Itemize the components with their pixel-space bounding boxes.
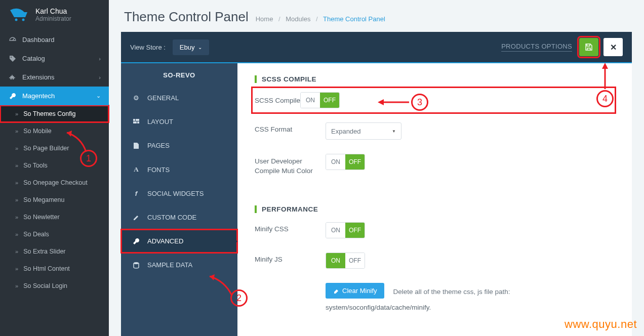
toggle-off[interactable]: OFF: [320, 93, 339, 108]
pnav-label: SAMPLE DATA: [147, 261, 192, 269]
pnav-label: ADVANCED: [147, 237, 183, 245]
double-angle-icon: »: [15, 128, 18, 134]
gear-icon: ⚙: [132, 94, 140, 102]
products-options-link[interactable]: PRODUCTS OPTIONS: [501, 43, 572, 52]
svg-rect-6: [137, 121, 139, 123]
close-icon: ✕: [610, 43, 617, 52]
sidebar-sub-so-onepage-checkout[interactable]: »So Onepage Checkout: [0, 174, 109, 191]
sub-label: So Social Login: [23, 282, 67, 289]
sub-label: So Onepage Checkout: [23, 179, 87, 186]
sidebar-sub-so-megamenu[interactable]: »So Megamenu: [0, 191, 109, 208]
chevron-down-icon: ⌄: [198, 45, 202, 50]
sidebar-sub-so-page-builder[interactable]: »So Page Builder: [0, 140, 109, 157]
minify-css-label: Minify CSS: [255, 222, 326, 233]
double-angle-icon: »: [15, 266, 18, 272]
panel-nav-title: SO-REVO: [121, 63, 237, 86]
nav-label: Extensions: [22, 73, 55, 81]
toggle-off[interactable]: OFF: [345, 154, 365, 170]
pnav-label: CUSTOM CODE: [147, 214, 196, 221]
store-value: Ebuy: [180, 44, 195, 51]
pnav-label: LAYOUT: [147, 118, 173, 125]
minify-css-toggle[interactable]: ON OFF: [326, 222, 365, 238]
minify-js-toggle[interactable]: ON OFF: [326, 253, 365, 269]
css-format-select[interactable]: Expanded ▼: [326, 122, 401, 140]
chevron-right-icon: ›: [99, 74, 101, 80]
save-button[interactable]: [579, 38, 598, 56]
sidebar-sub-so-newletter[interactable]: »So Newletter: [0, 208, 109, 226]
sidebar-sub-so-themes-config[interactable]: » So Themes Config: [0, 105, 109, 122]
nav-extensions[interactable]: Extensions ›: [0, 68, 109, 87]
sidebar-sub-so-extra-slider[interactable]: »So Extra Slider: [0, 243, 109, 260]
panel-area: SO-REVO ⚙GENERAL LAYOUT PAGES AFONTS fSO…: [121, 63, 632, 336]
clear-minify-help2: system/soconfig/data/cache/minify.: [326, 304, 510, 311]
sub-label: So Megamenu: [23, 196, 64, 203]
pnav-fonts[interactable]: AFONTS: [121, 157, 237, 182]
dashboard-icon: [8, 36, 17, 44]
grid-icon: [132, 118, 140, 125]
nav-catalog[interactable]: Catalog ›: [0, 49, 109, 68]
pnav-pages[interactable]: PAGES: [121, 134, 237, 157]
sub-label: So Extra Slider: [23, 248, 65, 255]
pnav-layout[interactable]: LAYOUT: [121, 110, 237, 134]
double-angle-icon: »: [15, 162, 18, 169]
scss-compile-row: SCSS Compile ON OFF: [253, 88, 615, 112]
sidebar-sub-so-deals[interactable]: »So Deals: [0, 226, 109, 243]
svg-point-2: [11, 57, 12, 58]
facebook-icon: f: [132, 190, 140, 197]
user-dev-row: User Developer Compile Muti Color ON OFF: [255, 154, 615, 176]
sidebar-sub-so-social-login[interactable]: »So Social Login: [0, 277, 109, 295]
store-selector[interactable]: Ebuy ⌄: [173, 39, 209, 55]
content: SCSS COMPILE SCSS Compile ON OFF CSS For…: [237, 63, 632, 336]
toggle-off[interactable]: OFF: [345, 253, 365, 268]
toggle-on[interactable]: ON: [326, 154, 345, 170]
minify-css-row: Minify CSS ON OFF: [255, 222, 615, 238]
pnav-custom-code[interactable]: CUSTOM CODE: [121, 205, 237, 229]
toggle-on[interactable]: ON: [301, 93, 320, 108]
pnav-advanced[interactable]: ADVANCED: [121, 229, 237, 253]
page-title: Theme Control Panel: [124, 9, 249, 25]
chevron-right-icon: ›: [99, 56, 101, 62]
double-angle-icon: »: [15, 197, 18, 203]
sidebar-sub-so-mobile[interactable]: »So Mobile: [0, 122, 109, 140]
wrench-icon: [8, 93, 17, 100]
minify-js-row: Minify JS ON OFF: [255, 253, 615, 269]
view-store-label: View Store :: [130, 44, 166, 51]
sidebar-sub-so-html-content[interactable]: »So Html Content: [0, 260, 109, 277]
sub-label: So Deals: [23, 231, 49, 238]
pnav-general[interactable]: ⚙GENERAL: [121, 86, 237, 110]
breadcrumb-current: Theme Control Panel: [323, 15, 385, 23]
chevron-down-icon: ⌄: [96, 93, 101, 99]
sidebar-sub-so-tools[interactable]: »So Tools: [0, 157, 109, 174]
close-button[interactable]: ✕: [603, 38, 623, 56]
pencil-icon: [132, 214, 140, 221]
double-angle-icon: »: [15, 214, 18, 220]
clear-minify-button[interactable]: Clear Minify: [326, 283, 384, 299]
breadcrumb-modules[interactable]: Modules: [286, 15, 310, 23]
toggle-on[interactable]: ON: [326, 253, 345, 268]
clear-minify-row: Clear Minify Delete all of the theme css…: [255, 283, 615, 311]
eraser-icon: [333, 287, 339, 294]
user-role: Administrator: [35, 15, 71, 22]
sub-label: So Mobile: [23, 128, 52, 135]
user-dev-toggle[interactable]: ON OFF: [326, 154, 365, 170]
svg-point-1: [22, 19, 25, 21]
pnav-sample-data[interactable]: SAMPLE DATA: [121, 253, 237, 277]
toggle-off[interactable]: OFF: [345, 223, 365, 238]
sub-label: So Themes Config: [23, 110, 75, 117]
scss-compile-toggle[interactable]: ON OFF: [300, 92, 340, 108]
clear-minify-help1: Delete all of the theme css, js file pat…: [393, 288, 510, 296]
sub-label: So Page Builder: [23, 145, 69, 152]
breadcrumb-home[interactable]: Home: [256, 15, 273, 23]
nav-magentech[interactable]: Magentech ⌄: [0, 87, 109, 105]
svg-rect-5: [133, 121, 137, 123]
user-info: Karl Chua Administrator: [35, 7, 71, 22]
toggle-on[interactable]: ON: [326, 223, 345, 238]
svg-point-7: [134, 262, 139, 264]
css-format-row: CSS Format Expanded ▼: [255, 122, 615, 140]
double-angle-icon: »: [15, 145, 18, 151]
sidebar: Karl Chua Administrator Dashboard Catalo…: [0, 0, 109, 336]
svg-rect-4: [136, 119, 139, 121]
pnav-social-widgets[interactable]: fSOCIAL WIDGETS: [121, 182, 237, 205]
nav-dashboard[interactable]: Dashboard: [0, 30, 109, 49]
tag-icon: [8, 55, 17, 62]
